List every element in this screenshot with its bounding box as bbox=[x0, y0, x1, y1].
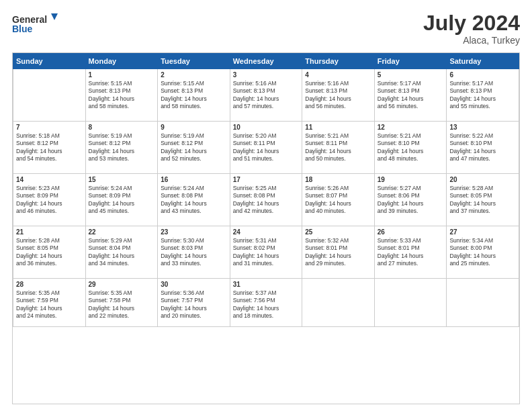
day-number: 8 bbox=[89, 124, 155, 131]
day-number: 19 bbox=[378, 176, 444, 183]
header-row: Sunday Monday Tuesday Wednesday Thursday… bbox=[13, 54, 519, 69]
calendar-cell: 23Sunrise: 5:30 AM Sunset: 8:03 PM Dayli… bbox=[158, 226, 230, 279]
day-number: 23 bbox=[161, 228, 227, 236]
main-title: July 2024 bbox=[423, 12, 520, 34]
day-number: 28 bbox=[16, 281, 83, 288]
calendar-cell: 4Sunrise: 5:16 AM Sunset: 8:13 PM Daylig… bbox=[302, 69, 375, 122]
day-number: 25 bbox=[305, 228, 371, 236]
day-info: Sunrise: 5:19 AM Sunset: 8:12 PM Dayligh… bbox=[89, 132, 155, 163]
col-tuesday: Tuesday bbox=[158, 54, 230, 69]
logo-svg: General Blue bbox=[12, 12, 59, 38]
calendar-week-1: 1Sunrise: 5:15 AM Sunset: 8:13 PM Daylig… bbox=[13, 69, 519, 122]
day-info: Sunrise: 5:35 AM Sunset: 7:59 PM Dayligh… bbox=[16, 289, 83, 320]
day-number: 27 bbox=[449, 228, 516, 236]
day-info: Sunrise: 5:32 AM Sunset: 8:01 PM Dayligh… bbox=[305, 237, 371, 268]
day-info: Sunrise: 5:25 AM Sunset: 8:08 PM Dayligh… bbox=[233, 185, 300, 216]
day-info: Sunrise: 5:34 AM Sunset: 8:00 PM Dayligh… bbox=[449, 237, 516, 268]
day-info: Sunrise: 5:16 AM Sunset: 8:13 PM Dayligh… bbox=[305, 80, 371, 111]
page: General Blue July 2024 Alaca, Turkey Sun… bbox=[0, 0, 532, 411]
svg-text:Blue: Blue bbox=[12, 24, 33, 34]
day-info: Sunrise: 5:15 AM Sunset: 8:13 PM Dayligh… bbox=[89, 80, 155, 111]
calendar-week-2: 7Sunrise: 5:18 AM Sunset: 8:12 PM Daylig… bbox=[13, 122, 519, 174]
calendar-cell bbox=[13, 69, 86, 122]
day-info: Sunrise: 5:15 AM Sunset: 8:13 PM Dayligh… bbox=[161, 80, 227, 111]
day-number: 18 bbox=[305, 176, 371, 183]
calendar-cell: 19Sunrise: 5:27 AM Sunset: 8:06 PM Dayli… bbox=[374, 174, 447, 226]
day-info: Sunrise: 5:17 AM Sunset: 8:13 PM Dayligh… bbox=[378, 80, 444, 111]
header: General Blue July 2024 Alaca, Turkey bbox=[12, 12, 520, 46]
day-number: 15 bbox=[89, 176, 155, 183]
calendar-cell: 31Sunrise: 5:37 AM Sunset: 7:56 PM Dayli… bbox=[230, 279, 302, 327]
day-info: Sunrise: 5:28 AM Sunset: 8:05 PM Dayligh… bbox=[16, 237, 83, 268]
col-wednesday: Wednesday bbox=[230, 54, 302, 69]
subtitle: Alaca, Turkey bbox=[423, 35, 520, 46]
calendar-cell bbox=[302, 279, 375, 327]
day-info: Sunrise: 5:19 AM Sunset: 8:12 PM Dayligh… bbox=[161, 132, 227, 163]
calendar-cell: 1Sunrise: 5:15 AM Sunset: 8:13 PM Daylig… bbox=[85, 69, 158, 122]
day-number: 11 bbox=[305, 124, 371, 131]
day-number: 4 bbox=[305, 71, 371, 79]
svg-marker-2 bbox=[51, 13, 58, 20]
day-info: Sunrise: 5:30 AM Sunset: 8:03 PM Dayligh… bbox=[161, 237, 227, 268]
day-info: Sunrise: 5:21 AM Sunset: 8:11 PM Dayligh… bbox=[305, 132, 371, 163]
calendar-cell bbox=[447, 279, 519, 327]
day-info: Sunrise: 5:31 AM Sunset: 8:02 PM Dayligh… bbox=[233, 237, 300, 268]
day-info: Sunrise: 5:37 AM Sunset: 7:56 PM Dayligh… bbox=[233, 289, 300, 320]
calendar-cell: 18Sunrise: 5:26 AM Sunset: 8:07 PM Dayli… bbox=[302, 174, 375, 226]
col-monday: Monday bbox=[85, 54, 158, 69]
calendar-cell: 22Sunrise: 5:29 AM Sunset: 8:04 PM Dayli… bbox=[85, 226, 158, 279]
calendar-cell: 8Sunrise: 5:19 AM Sunset: 8:12 PM Daylig… bbox=[85, 122, 158, 174]
col-friday: Friday bbox=[374, 54, 447, 69]
day-info: Sunrise: 5:27 AM Sunset: 8:06 PM Dayligh… bbox=[378, 185, 444, 216]
col-sunday: Sunday bbox=[13, 54, 86, 69]
calendar-cell: 29Sunrise: 5:35 AM Sunset: 7:58 PM Dayli… bbox=[85, 279, 158, 327]
calendar-cell bbox=[374, 279, 447, 327]
calendar-cell: 10Sunrise: 5:20 AM Sunset: 8:11 PM Dayli… bbox=[230, 122, 302, 174]
col-saturday: Saturday bbox=[447, 54, 519, 69]
day-info: Sunrise: 5:17 AM Sunset: 8:13 PM Dayligh… bbox=[449, 80, 516, 111]
day-info: Sunrise: 5:21 AM Sunset: 8:10 PM Dayligh… bbox=[378, 132, 444, 163]
day-number: 3 bbox=[233, 71, 300, 79]
calendar-cell: 21Sunrise: 5:28 AM Sunset: 8:05 PM Dayli… bbox=[13, 226, 86, 279]
day-info: Sunrise: 5:20 AM Sunset: 8:11 PM Dayligh… bbox=[233, 132, 300, 163]
col-thursday: Thursday bbox=[302, 54, 375, 69]
title-block: July 2024 Alaca, Turkey bbox=[423, 12, 520, 46]
day-info: Sunrise: 5:35 AM Sunset: 7:58 PM Dayligh… bbox=[89, 289, 155, 320]
day-info: Sunrise: 5:26 AM Sunset: 8:07 PM Dayligh… bbox=[305, 185, 371, 216]
day-number: 16 bbox=[161, 176, 227, 183]
day-number: 30 bbox=[161, 281, 227, 288]
day-number: 22 bbox=[89, 228, 155, 236]
day-number: 7 bbox=[16, 124, 83, 131]
calendar-cell: 25Sunrise: 5:32 AM Sunset: 8:01 PM Dayli… bbox=[302, 226, 375, 279]
day-number: 2 bbox=[161, 71, 227, 79]
calendar-header: Sunday Monday Tuesday Wednesday Thursday… bbox=[13, 54, 519, 69]
day-number: 26 bbox=[378, 228, 444, 236]
calendar-cell: 14Sunrise: 5:23 AM Sunset: 8:09 PM Dayli… bbox=[13, 174, 86, 226]
calendar-cell: 17Sunrise: 5:25 AM Sunset: 8:08 PM Dayli… bbox=[230, 174, 302, 226]
calendar-week-4: 21Sunrise: 5:28 AM Sunset: 8:05 PM Dayli… bbox=[13, 226, 519, 279]
calendar-cell: 6Sunrise: 5:17 AM Sunset: 8:13 PM Daylig… bbox=[447, 69, 519, 122]
day-number: 13 bbox=[449, 124, 516, 131]
day-number: 21 bbox=[16, 228, 83, 236]
calendar-cell: 7Sunrise: 5:18 AM Sunset: 8:12 PM Daylig… bbox=[13, 122, 86, 174]
calendar-cell: 20Sunrise: 5:28 AM Sunset: 8:05 PM Dayli… bbox=[447, 174, 519, 226]
day-number: 31 bbox=[233, 281, 300, 288]
day-number: 29 bbox=[89, 281, 155, 288]
calendar-cell: 11Sunrise: 5:21 AM Sunset: 8:11 PM Dayli… bbox=[302, 122, 375, 174]
day-info: Sunrise: 5:22 AM Sunset: 8:10 PM Dayligh… bbox=[449, 132, 516, 163]
calendar-cell: 26Sunrise: 5:33 AM Sunset: 8:01 PM Dayli… bbox=[374, 226, 447, 279]
day-info: Sunrise: 5:16 AM Sunset: 8:13 PM Dayligh… bbox=[233, 80, 300, 111]
calendar-week-5: 28Sunrise: 5:35 AM Sunset: 7:59 PM Dayli… bbox=[13, 279, 519, 327]
calendar-cell: 27Sunrise: 5:34 AM Sunset: 8:00 PM Dayli… bbox=[447, 226, 519, 279]
calendar-cell: 9Sunrise: 5:19 AM Sunset: 8:12 PM Daylig… bbox=[158, 122, 230, 174]
logo: General Blue bbox=[12, 12, 59, 38]
day-info: Sunrise: 5:24 AM Sunset: 8:09 PM Dayligh… bbox=[89, 185, 155, 216]
day-info: Sunrise: 5:18 AM Sunset: 8:12 PM Dayligh… bbox=[16, 132, 83, 163]
calendar: Sunday Monday Tuesday Wednesday Thursday… bbox=[12, 52, 520, 404]
day-info: Sunrise: 5:36 AM Sunset: 7:57 PM Dayligh… bbox=[161, 289, 227, 320]
day-number: 10 bbox=[233, 124, 300, 131]
calendar-cell: 15Sunrise: 5:24 AM Sunset: 8:09 PM Dayli… bbox=[85, 174, 158, 226]
calendar-cell: 24Sunrise: 5:31 AM Sunset: 8:02 PM Dayli… bbox=[230, 226, 302, 279]
calendar-body: 1Sunrise: 5:15 AM Sunset: 8:13 PM Daylig… bbox=[13, 69, 519, 327]
day-number: 14 bbox=[16, 176, 83, 183]
